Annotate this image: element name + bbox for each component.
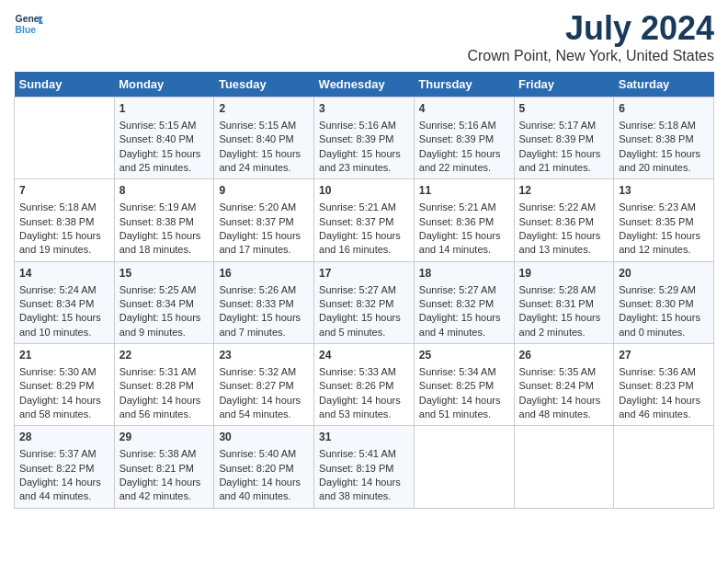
calendar-cell: 16Sunrise: 5:26 AMSunset: 8:33 PMDayligh… [214, 261, 314, 343]
calendar-cell: 15Sunrise: 5:25 AMSunset: 8:34 PMDayligh… [114, 261, 214, 343]
day-number: 18 [419, 266, 509, 282]
day-info: and 23 minutes. [319, 161, 409, 175]
day-info: and 42 minutes. [119, 489, 210, 503]
day-info: Sunrise: 5:33 AM [319, 365, 409, 379]
day-number: 2 [219, 101, 309, 117]
day-info: Sunset: 8:30 PM [619, 297, 709, 311]
day-info: Sunset: 8:38 PM [119, 215, 210, 229]
day-info: Daylight: 15 hours [619, 147, 709, 161]
calendar-cell: 20Sunrise: 5:29 AMSunset: 8:30 PMDayligh… [614, 261, 714, 343]
day-info: Sunrise: 5:37 AM [19, 447, 109, 461]
day-info: Daylight: 15 hours [519, 147, 609, 161]
day-info: Sunset: 8:36 PM [519, 215, 609, 229]
day-info: Daylight: 15 hours [319, 311, 409, 325]
calendar-cell: 27Sunrise: 5:36 AMSunset: 8:23 PMDayligh… [614, 344, 714, 426]
day-number: 25 [419, 348, 509, 363]
day-number: 27 [619, 348, 709, 363]
day-info: Sunset: 8:26 PM [319, 379, 409, 393]
day-info: Sunset: 8:19 PM [319, 462, 409, 476]
day-info: Daylight: 14 hours [319, 394, 409, 408]
calendar-cell: 17Sunrise: 5:27 AMSunset: 8:32 PMDayligh… [314, 261, 415, 343]
day-number: 11 [419, 183, 509, 199]
day-info: Sunset: 8:25 PM [419, 379, 509, 393]
weekday-row: SundayMondayTuesdayWednesdayThursdayFrid… [15, 72, 714, 98]
calendar-table: SundayMondayTuesdayWednesdayThursdayFrid… [14, 72, 714, 509]
day-info: Sunrise: 5:27 AM [419, 283, 509, 297]
day-info: Daylight: 15 hours [219, 311, 309, 325]
calendar-cell: 21Sunrise: 5:30 AMSunset: 8:29 PMDayligh… [15, 344, 115, 426]
day-info: and 7 minutes. [219, 326, 309, 339]
day-info: Sunrise: 5:18 AM [619, 119, 709, 132]
calendar-body: 1Sunrise: 5:15 AMSunset: 8:40 PMDaylight… [15, 98, 714, 509]
day-info: Sunset: 8:29 PM [19, 379, 109, 393]
day-info: Daylight: 14 hours [19, 394, 109, 408]
calendar-cell: 22Sunrise: 5:31 AMSunset: 8:28 PMDayligh… [114, 344, 214, 426]
day-info: and 38 minutes. [319, 489, 409, 503]
day-info: Sunset: 8:27 PM [219, 379, 309, 393]
day-info: and 9 minutes. [119, 326, 210, 339]
day-info: Sunrise: 5:30 AM [19, 365, 109, 379]
calendar-cell [15, 98, 115, 179]
day-info: and 22 minutes. [419, 161, 509, 175]
day-info: Sunrise: 5:15 AM [219, 119, 309, 132]
day-number: 8 [119, 183, 210, 199]
day-info: Daylight: 15 hours [419, 311, 509, 325]
day-info: Daylight: 15 hours [19, 229, 109, 243]
calendar-cell: 18Sunrise: 5:27 AMSunset: 8:32 PMDayligh… [414, 261, 514, 343]
day-info: Sunset: 8:23 PM [619, 379, 709, 393]
day-info: Daylight: 15 hours [119, 311, 210, 325]
calendar-cell: 28Sunrise: 5:37 AMSunset: 8:22 PMDayligh… [15, 426, 115, 508]
day-info: Daylight: 15 hours [219, 229, 309, 243]
day-info: Sunset: 8:22 PM [19, 462, 109, 476]
day-info: Sunrise: 5:40 AM [219, 447, 309, 461]
day-info: Sunrise: 5:25 AM [119, 283, 210, 297]
day-info: and 40 minutes. [219, 489, 309, 503]
day-info: Sunset: 8:40 PM [219, 132, 309, 146]
title-section: July 2024 Crown Point, New York, United … [467, 9, 714, 64]
calendar-cell: 4Sunrise: 5:16 AMSunset: 8:39 PMDaylight… [414, 98, 514, 179]
day-info: and 20 minutes. [619, 161, 709, 175]
week-row-1: 7Sunrise: 5:18 AMSunset: 8:38 PMDaylight… [15, 179, 714, 261]
day-number: 16 [219, 266, 309, 282]
day-info: and 21 minutes. [519, 161, 609, 175]
day-number: 13 [619, 183, 709, 199]
calendar-cell: 9Sunrise: 5:20 AMSunset: 8:37 PMDaylight… [214, 179, 314, 261]
day-number: 21 [19, 348, 109, 363]
calendar-cell: 24Sunrise: 5:33 AMSunset: 8:26 PMDayligh… [314, 344, 415, 426]
calendar-cell: 25Sunrise: 5:34 AMSunset: 8:25 PMDayligh… [414, 344, 514, 426]
day-number: 31 [319, 430, 409, 445]
day-info: Daylight: 14 hours [19, 476, 109, 489]
weekday-header-thursday: Thursday [414, 72, 514, 98]
calendar-cell [414, 426, 514, 508]
day-info: and 19 minutes. [19, 243, 109, 257]
main-title: July 2024 [467, 9, 714, 48]
weekday-header-tuesday: Tuesday [214, 72, 314, 98]
day-info: Sunset: 8:21 PM [119, 462, 210, 476]
week-row-2: 14Sunrise: 5:24 AMSunset: 8:34 PMDayligh… [15, 261, 714, 343]
day-info: Sunset: 8:40 PM [119, 132, 210, 146]
day-info: and 54 minutes. [219, 408, 309, 421]
day-info: Sunset: 8:34 PM [19, 297, 109, 311]
calendar-cell: 7Sunrise: 5:18 AMSunset: 8:38 PMDaylight… [15, 179, 115, 261]
day-info: Daylight: 14 hours [319, 476, 409, 489]
calendar-cell: 14Sunrise: 5:24 AMSunset: 8:34 PMDayligh… [15, 261, 115, 343]
day-info: Sunset: 8:37 PM [319, 215, 409, 229]
day-info: Sunrise: 5:27 AM [319, 283, 409, 297]
day-info: Sunrise: 5:24 AM [19, 283, 109, 297]
day-info: Sunrise: 5:28 AM [519, 283, 609, 297]
day-info: Sunset: 8:24 PM [519, 379, 609, 393]
calendar-cell: 30Sunrise: 5:40 AMSunset: 8:20 PMDayligh… [214, 426, 314, 508]
day-number: 12 [519, 183, 609, 199]
day-info: Daylight: 15 hours [319, 147, 409, 161]
day-info: Sunrise: 5:20 AM [219, 201, 309, 214]
day-number: 9 [219, 183, 309, 199]
day-info: Sunrise: 5:15 AM [119, 119, 210, 132]
day-number: 14 [19, 266, 109, 282]
day-info: Daylight: 15 hours [119, 147, 210, 161]
calendar-cell: 26Sunrise: 5:35 AMSunset: 8:24 PMDayligh… [514, 344, 614, 426]
logo-icon: General Blue [14, 9, 43, 39]
calendar-cell: 3Sunrise: 5:16 AMSunset: 8:39 PMDaylight… [314, 98, 415, 179]
day-info: Sunrise: 5:26 AM [219, 283, 309, 297]
day-info: Daylight: 14 hours [219, 394, 309, 408]
day-info: and 13 minutes. [519, 243, 609, 257]
